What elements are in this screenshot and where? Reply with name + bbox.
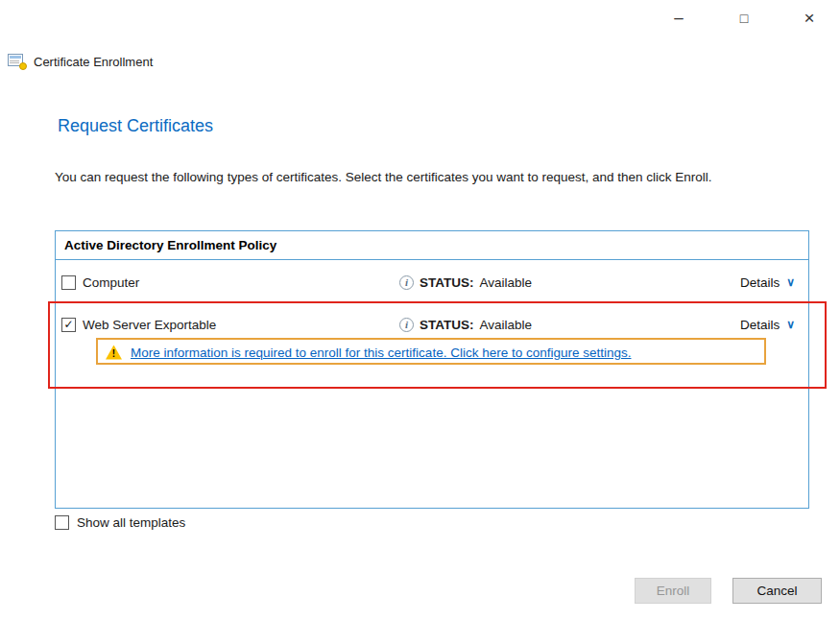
certificate-row-left: Computer xyxy=(61,275,399,290)
chevron-down-icon: ∨ xyxy=(786,319,795,330)
status-group: i STATUS: Available xyxy=(399,275,532,290)
certificate-page-line xyxy=(10,62,19,63)
show-all-templates[interactable]: Show all templates xyxy=(55,515,185,530)
status-label: STATUS: xyxy=(420,275,474,290)
show-all-templates-checkbox[interactable] xyxy=(55,515,69,530)
computer-checkbox[interactable] xyxy=(61,275,76,290)
certificate-enrollment-window: – □ × Certificate Enrollment Request Cer… xyxy=(0,0,840,620)
info-icon: i xyxy=(399,318,414,332)
status-group: i STATUS: Available xyxy=(399,318,532,332)
window-controls: – □ × xyxy=(665,6,823,31)
web-server-exportable-checkbox[interactable]: ✓ xyxy=(61,318,76,332)
chevron-down-icon: ∨ xyxy=(786,276,795,288)
details-button-computer[interactable]: Details ∨ xyxy=(740,275,795,290)
window-title: Certificate Enrollment xyxy=(34,55,153,69)
certificate-seal-shape xyxy=(19,62,27,70)
details-button-web-server-exportable[interactable]: Details ∨ xyxy=(740,318,795,332)
info-glyph: i xyxy=(405,320,408,330)
cancel-button[interactable]: Cancel xyxy=(732,578,822,604)
details-label: Details xyxy=(740,275,780,290)
page-description: You can request the following types of c… xyxy=(55,168,781,187)
footer-buttons: Enroll Cancel xyxy=(635,578,822,604)
checkmark: ✓ xyxy=(63,319,73,330)
policy-panel-header: Active Directory Enrollment Policy xyxy=(56,231,808,260)
titlebar: Certificate Enrollment xyxy=(8,52,153,71)
status-value: Available xyxy=(480,318,533,332)
certificate-row-left: ✓ Web Server Exportable xyxy=(61,318,399,332)
certificate-enrollment-icon xyxy=(8,54,27,70)
certificate-page-header-shape xyxy=(10,56,21,59)
enroll-button[interactable]: Enroll xyxy=(635,578,711,604)
certificate-row-web-server-exportable[interactable]: ✓ Web Server Exportable i STATUS: Availa… xyxy=(56,312,808,337)
page-title: Request Certificates xyxy=(58,116,213,136)
certificate-page-line xyxy=(10,60,19,61)
warning-icon: ! xyxy=(106,346,122,360)
status-value: Available xyxy=(480,275,533,290)
details-label: Details xyxy=(740,318,780,332)
maximize-button[interactable]: □ xyxy=(731,6,757,31)
certificate-name: Web Server Exportable xyxy=(83,318,216,332)
status-label: STATUS: xyxy=(420,318,474,332)
close-button[interactable]: × xyxy=(796,6,823,31)
configure-settings-link[interactable]: More information is required to enroll f… xyxy=(131,346,631,360)
warning-row: ! More information is required to enroll… xyxy=(106,341,631,364)
policy-panel: Active Directory Enrollment Policy Compu… xyxy=(55,230,809,509)
info-icon: i xyxy=(399,275,414,290)
certificate-row-computer[interactable]: Computer i STATUS: Available Details ∨ xyxy=(56,270,808,295)
info-glyph: i xyxy=(405,277,408,288)
certificate-name: Computer xyxy=(83,275,139,290)
minimize-button[interactable]: – xyxy=(665,6,692,31)
warning-exclamation: ! xyxy=(106,349,122,359)
show-all-templates-label: Show all templates xyxy=(77,515,185,530)
